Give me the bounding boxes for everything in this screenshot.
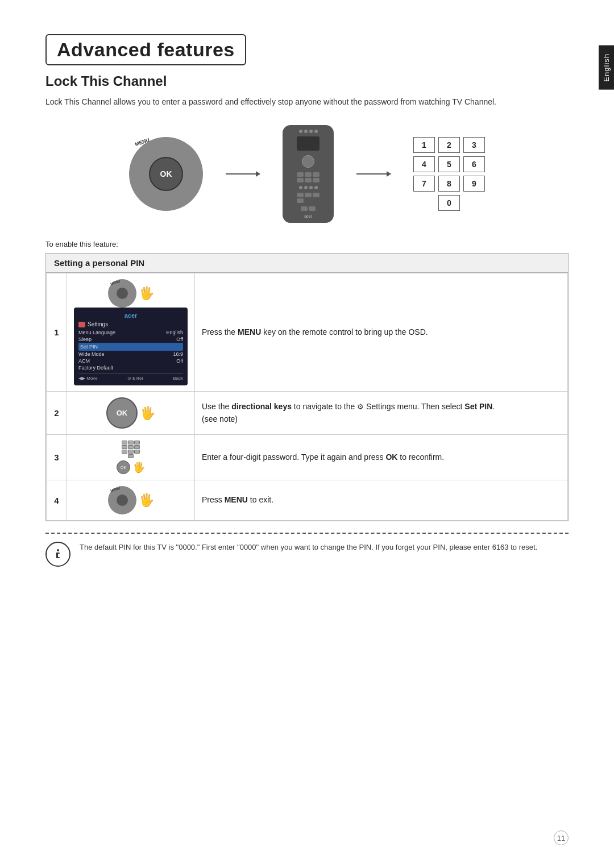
step3-icon-container: OK 🖐: [74, 441, 188, 474]
numpad-key-5: 5: [438, 156, 460, 172]
step3-hand: 🖐: [132, 461, 145, 474]
step2-hand: 🖐: [140, 406, 155, 421]
setting-header: Setting a personal PIN: [46, 254, 568, 273]
osd-label-acm: ACM: [78, 358, 90, 364]
step4-hand: 🖐: [139, 493, 154, 508]
osd-label-setpin: Set PIN: [80, 344, 98, 350]
step4-icon-container: MENU 🖐: [74, 486, 188, 514]
osd-row-wide: Wide Mode 16:9: [78, 351, 183, 358]
osd-icon: [78, 322, 85, 327]
step-3-icon: OK 🖐: [67, 435, 195, 480]
numpad-row-3: 7 8 9: [413, 176, 485, 192]
numpad-row-0: 0: [413, 195, 485, 211]
remote-illustration-area: MENU OK: [45, 125, 569, 223]
section-subtitle: Lock This Channel: [45, 73, 569, 89]
osd-val-menulang: English: [166, 330, 183, 335]
mini-key-9: [134, 450, 140, 454]
remote-screen: [297, 136, 320, 151]
numpad-key-7: 7: [413, 176, 435, 192]
numpad-key-8: 8: [438, 176, 460, 192]
step-4-text: Press MENU to exit.: [195, 480, 568, 521]
note-text: The default PIN for this TV is "0000." F…: [80, 542, 537, 553]
numpad-key-6: 6: [463, 156, 485, 172]
numpad-key-3: 3: [463, 137, 485, 153]
remote-top-dots: [299, 130, 318, 133]
note-icon: [45, 542, 70, 567]
step-4-icon: MENU 🖐: [67, 480, 195, 521]
osd-label-wide: Wide Mode: [78, 351, 105, 357]
remote-brand-text: acer: [304, 214, 312, 218]
step4-dpad: MENU: [108, 486, 136, 514]
osd-row-factory: Factory Default: [78, 364, 183, 371]
remote-btn-grid-top: [297, 172, 320, 182]
numpad-key-9: 9: [463, 176, 485, 192]
osd-footer-back: Back: [173, 376, 183, 381]
dpad-illustration: MENU OK: [129, 137, 203, 211]
step2-ok-btn: OK: [106, 397, 138, 429]
ok-button-illustration: OK: [149, 157, 183, 191]
numpad-key-0: 0: [438, 195, 460, 211]
mini-key-6: [134, 445, 140, 449]
enable-feature-label: To enable this feature:: [45, 240, 569, 248]
remote-btn-grid-mid: [297, 193, 320, 203]
settings-gear-icon: ⚙: [357, 402, 364, 411]
numpad-row-2: 4 5 6: [413, 156, 485, 172]
osd-footer-move: ◀▶ Move: [78, 376, 98, 381]
osd-row-sleep: Sleep Off: [78, 336, 183, 343]
osd-icon-row: Settings: [78, 321, 183, 327]
svg-point-0: [57, 549, 59, 551]
mini-key-2: [128, 441, 134, 445]
osd-footer-enter: ⊙ Enter: [127, 376, 143, 381]
step1-menu-text: MENU: [110, 279, 121, 285]
mini-key-7: [122, 450, 127, 454]
step3-ok-area: OK 🖐: [117, 460, 145, 474]
svg-rect-2: [56, 553, 60, 554]
step-3-num: 3: [47, 435, 67, 480]
step1-hand: 🖐: [139, 286, 154, 301]
step-2-text: Use the directional keys to navigate to …: [195, 392, 568, 435]
remote-body-illustration: acer: [283, 125, 334, 223]
setting-section: Setting a personal PIN 1 MENU 🖐: [45, 253, 569, 521]
osd-label-factory: Factory Default: [78, 365, 113, 371]
mini-key-8: [128, 450, 134, 454]
osd-label-sleep: Sleep: [78, 337, 92, 342]
page-title: Advanced features: [57, 39, 235, 61]
table-row: 3 OK: [47, 435, 568, 480]
step-4-num: 4: [47, 480, 67, 521]
osd-val-sleep: Off: [176, 337, 183, 342]
note-section: The default PIN for this TV is "0000." F…: [45, 533, 569, 567]
step-1-num: 1: [47, 273, 67, 392]
step1-dpad-inner: [117, 288, 128, 299]
numpad-key-2: 2: [438, 137, 460, 153]
osd-footer: ◀▶ Move ⊙ Enter Back: [78, 373, 183, 381]
osd-val-wide: 16:9: [173, 351, 183, 357]
mini-key-1: [122, 441, 127, 445]
step1-dpad-outer: MENU: [108, 279, 136, 308]
connector-right: [356, 173, 391, 175]
numpad-illustration: 1 2 3 4 5 6 7 8 9 0: [413, 137, 485, 211]
step-2-num: 2: [47, 392, 67, 435]
step-2-icon: OK 🖐: [67, 392, 195, 435]
table-row: 4 MENU 🖐 Press MENU to exit.: [47, 480, 568, 521]
osd-row-setpin: Set PIN: [78, 343, 183, 351]
step3-ok-btn: OK: [117, 460, 130, 474]
step-1-text: Press the MENU key on the remote control…: [195, 273, 568, 392]
osd-screen: acer Settings Menu Language English Slee…: [74, 308, 188, 385]
intro-text: Lock This Channel allows you to enter a …: [45, 96, 569, 108]
osd-row-acm: ACM Off: [78, 358, 183, 364]
numpad-row-1: 1 2 3: [413, 137, 485, 153]
mini-key-0: [128, 454, 134, 458]
table-row: 2 OK 🖐 Use the directional keys to navig…: [47, 392, 568, 435]
page-number: 11: [554, 830, 569, 845]
info-icon: [51, 547, 65, 561]
table-row: 1 MENU 🖐 acer: [47, 273, 568, 392]
step3-mini-numpad: [122, 441, 140, 458]
numpad-key-1: 1: [413, 137, 435, 153]
remote-center-btn: [302, 155, 314, 168]
setting-table: 1 MENU 🖐 acer: [46, 273, 568, 521]
osd-title: Settings: [88, 321, 108, 327]
osd-row-menulang: Menu Language English: [78, 329, 183, 336]
remote-mid-dots: [299, 186, 318, 189]
step4-dpad-inner: [117, 495, 128, 506]
remote-bottom-row: [301, 206, 316, 211]
